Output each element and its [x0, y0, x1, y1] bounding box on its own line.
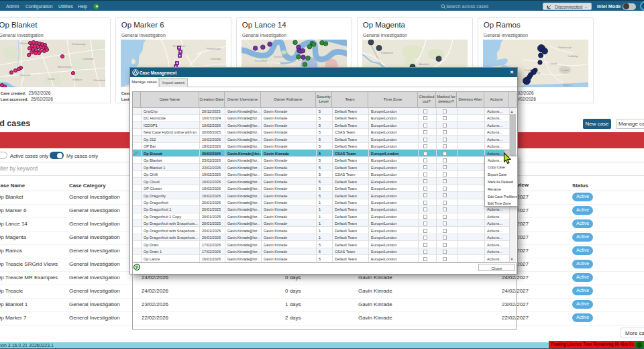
svg-text:Cambridge: Cambridge	[210, 58, 221, 60]
svg-text:Gloucester: Gloucester	[19, 74, 31, 77]
svg-text:Arborfield: Arborfield	[419, 63, 429, 66]
svg-text:St Albans: St Albans	[72, 79, 83, 81]
svg-text:Peterborough: Peterborough	[558, 46, 572, 49]
svg-text:Oxford: Oxford	[48, 78, 54, 81]
svg-text:Peterborough: Peterborough	[207, 48, 221, 50]
svg-text:Cardiff: Cardiff	[525, 69, 531, 72]
svg-text:Bath: Bath	[536, 72, 541, 74]
svg-text:Cambridge: Cambridge	[83, 58, 94, 60]
svg-text:Brighton: Brighton	[564, 84, 572, 87]
svg-text:Milton Keynes: Milton Keynes	[58, 66, 72, 68]
svg-text:Oxford: Oxford	[550, 62, 557, 65]
svg-text:Greenwich: Greenwich	[317, 57, 328, 60]
svg-text:Rotherhithe: Rotherhithe	[274, 56, 285, 58]
svg-text:Chelmsford: Chelmsford	[93, 79, 105, 82]
svg-text:Peterborough: Peterborough	[72, 43, 86, 46]
svg-text:Pangbourne: Pangbourne	[381, 52, 393, 54]
svg-text:Bermondsey: Bermondsey	[255, 60, 268, 62]
svg-text:Cambridge: Cambridge	[568, 55, 578, 58]
svg-text:London: London	[561, 69, 569, 72]
